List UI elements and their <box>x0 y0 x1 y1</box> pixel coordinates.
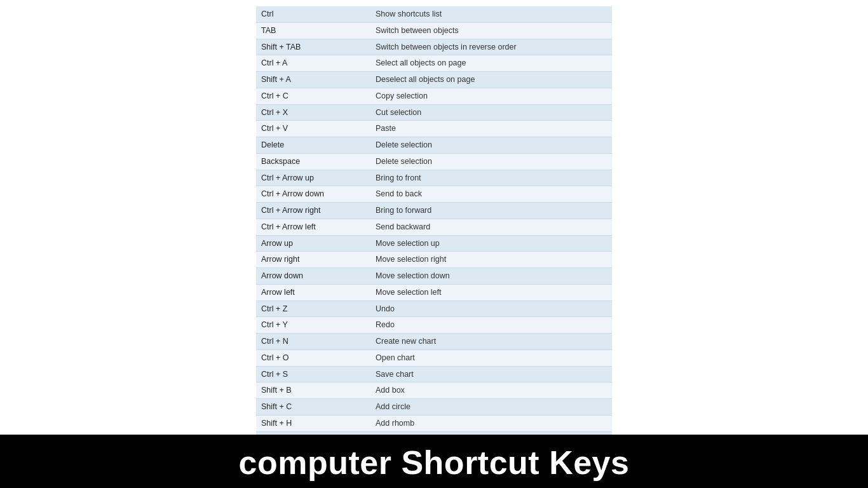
table-row: Arrow leftMove selection left <box>256 284 612 301</box>
shortcut-action: Move selection up <box>370 235 612 252</box>
main-container: CtrlShow shortcuts listTABSwitch between… <box>0 0 868 488</box>
shortcut-action: Move selection left <box>370 284 612 301</box>
table-row: Ctrl + NCreate new chart <box>256 334 612 350</box>
shortcut-key: Ctrl + O <box>256 349 370 366</box>
table-row: Ctrl + ZUndo <box>256 301 612 317</box>
table-row: Ctrl + YRedo <box>256 317 612 334</box>
table-row: Ctrl + Arrow downSend to back <box>256 186 612 203</box>
shortcut-key: Ctrl + V <box>256 121 370 137</box>
table-row: Ctrl + CCopy selection <box>256 88 612 104</box>
table-row: Shift + ADeselect all objects on page <box>256 72 612 88</box>
shortcut-action: Save chart <box>370 366 612 383</box>
shortcut-action: Send backward <box>370 219 612 235</box>
shortcut-key: Ctrl + Arrow down <box>256 186 370 203</box>
table-wrapper: CtrlShow shortcuts listTABSwitch between… <box>256 6 612 435</box>
shortcut-action: Show shortcuts list <box>370 6 612 22</box>
table-row: Shift + BAdd box <box>256 383 612 399</box>
shortcut-key: Ctrl + Arrow up <box>256 170 370 186</box>
table-row: DeleteDelete selection <box>256 137 612 154</box>
shortcut-action: Move selection down <box>370 268 612 285</box>
shortcut-key: Shift + C <box>256 399 370 416</box>
table-row: CtrlShow shortcuts list <box>256 6 612 22</box>
shortcut-key: Shift + H <box>256 415 370 431</box>
shortcut-key: Delete <box>256 137 370 154</box>
shortcut-action: Cut selection <box>370 104 612 121</box>
shortcut-key: Arrow right <box>256 252 370 268</box>
shortcut-key: Arrow left <box>256 284 370 301</box>
shortcut-key: Ctrl + S <box>256 366 370 383</box>
shortcut-action: Switch between objects in reverse order <box>370 39 612 55</box>
shortcut-action: Undo <box>370 301 612 317</box>
table-row: Arrow upMove selection up <box>256 235 612 252</box>
shortcut-action: Create new chart <box>370 334 612 350</box>
shortcut-key: Ctrl + Arrow left <box>256 219 370 235</box>
shortcut-key: Backspace <box>256 153 370 170</box>
table-row: Ctrl + Arrow upBring to front <box>256 170 612 186</box>
shortcut-action: Open chart <box>370 349 612 366</box>
table-row: Shift + HAdd rhomb <box>256 415 612 431</box>
shortcut-action: Select all objects on page <box>370 55 612 72</box>
shortcut-key: Ctrl + A <box>256 55 370 72</box>
table-row: Ctrl + VPaste <box>256 121 612 137</box>
shortcut-key: Arrow down <box>256 268 370 285</box>
table-row: Ctrl + SSave chart <box>256 366 612 383</box>
table-row: TABSwitch between objects <box>256 22 612 39</box>
shortcut-action: Redo <box>370 317 612 334</box>
table-row: Ctrl + Arrow rightBring to forward <box>256 203 612 219</box>
shortcut-key: Shift + TAB <box>256 39 370 55</box>
table-row: Arrow downMove selection down <box>256 268 612 285</box>
shortcut-action: Delete selection <box>370 153 612 170</box>
shortcut-action: Switch between objects <box>370 22 612 39</box>
table-row: Shift + CAdd circle <box>256 399 612 416</box>
shortcut-key: TAB <box>256 22 370 39</box>
shortcut-key: Ctrl + N <box>256 334 370 350</box>
shortcut-key: Ctrl + X <box>256 104 370 121</box>
shortcut-action: Bring to forward <box>370 203 612 219</box>
shortcut-action: Add box <box>370 383 612 399</box>
shortcut-key: Ctrl + Arrow right <box>256 203 370 219</box>
table-row: Shift + TABSwitch between objects in rev… <box>256 39 612 55</box>
shortcut-key: Ctrl <box>256 6 370 22</box>
shortcut-key: Ctrl + Y <box>256 317 370 334</box>
shortcut-action: Copy selection <box>370 88 612 104</box>
table-row: Arrow rightMove selection right <box>256 252 612 268</box>
shortcut-action: Add rhomb <box>370 415 612 431</box>
table-row: BackspaceDelete selection <box>256 153 612 170</box>
shortcut-action: Move selection right <box>370 252 612 268</box>
shortcuts-table: CtrlShow shortcuts listTABSwitch between… <box>256 6 612 435</box>
shortcut-key: Shift + B <box>256 383 370 399</box>
shortcut-action: Send to back <box>370 186 612 203</box>
shortcut-action: Deselect all objects on page <box>370 72 612 88</box>
shortcut-action: Paste <box>370 121 612 137</box>
shortcut-action: Bring to front <box>370 170 612 186</box>
shortcut-key: Arrow up <box>256 235 370 252</box>
shortcut-key: Ctrl + C <box>256 88 370 104</box>
table-row: Ctrl + ASelect all objects on page <box>256 55 612 72</box>
shortcut-key: Shift + A <box>256 72 370 88</box>
table-row: Ctrl + Arrow leftSend backward <box>256 219 612 235</box>
shortcut-action: Delete selection <box>370 137 612 154</box>
table-row: Ctrl + OOpen chart <box>256 349 612 366</box>
footer-title: computer Shortcut Keys <box>0 435 868 488</box>
shortcut-action: Add circle <box>370 399 612 416</box>
table-row: Ctrl + XCut selection <box>256 104 612 121</box>
shortcut-key: Ctrl + Z <box>256 301 370 317</box>
